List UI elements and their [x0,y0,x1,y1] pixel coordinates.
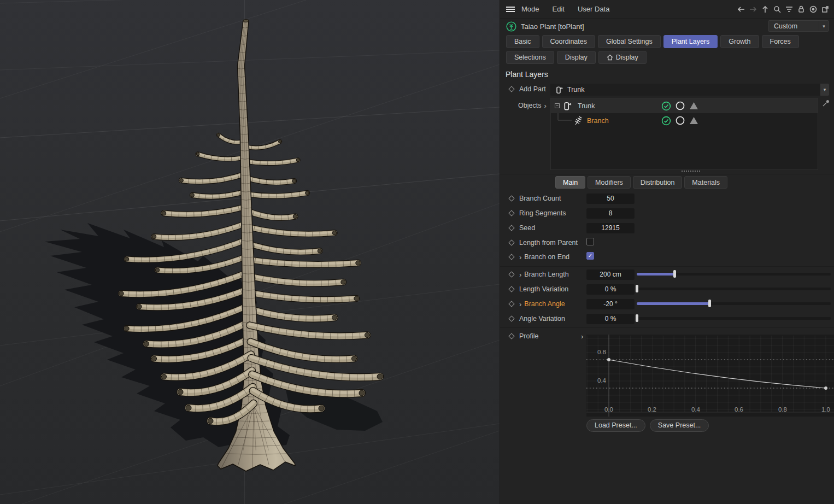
chevron-down-icon[interactable]: ▾ [820,84,829,96]
save-preset-button[interactable]: Save Preset... [650,419,709,432]
render-circle-icon[interactable] [676,116,685,125]
forward-arrow-icon[interactable] [748,4,757,14]
seed-row: Seed 12915 [500,222,834,233]
object-header: Taiao Plant [toPlant] Custom ▾ [500,19,834,34]
profile-label: Profile [519,332,538,340]
object-name-branch[interactable]: Branch [587,117,609,125]
tab-row-1: Basic Coordinates Global Settings Plant … [506,35,799,48]
search-icon[interactable] [772,4,782,14]
up-arrow-icon[interactable] [760,4,770,14]
filter-icon[interactable] [784,4,794,14]
seed-input[interactable]: 12915 [586,223,635,233]
branch-count-input[interactable]: 50 [586,194,635,204]
subtab-main[interactable]: Main [555,176,585,189]
menubar: Mode Edit User Data [500,0,834,19]
add-part-row: Add Part Trunk ▾ [500,84,834,95]
param-diamond-icon [508,315,514,321]
ring-segments-row: Ring Segments 8 [500,208,834,219]
branch-on-end-checkbox[interactable]: ✓ [586,252,594,260]
param-diamond-icon [508,86,514,92]
subtab-modifiers[interactable]: Modifiers [588,176,631,189]
subtab-materials[interactable]: Materials [684,176,727,189]
length-variation-row: Length Variation 0 % [500,284,834,295]
tab-selections[interactable]: Selections [506,51,554,64]
tab-forces[interactable]: Forces [762,35,799,48]
expand-chevron-icon[interactable]: › [519,254,521,261]
render-circle-icon[interactable] [676,101,685,110]
chevron-right-icon[interactable]: › [544,102,546,109]
expand-chevron-icon[interactable]: › [581,333,583,340]
preset-dropdown[interactable]: Custom ▾ [768,20,829,32]
menu-edit[interactable]: Edit [553,5,565,13]
expand-chevron-icon[interactable]: › [519,271,521,278]
tab-display[interactable]: Display [557,51,596,64]
subtab-distribution[interactable]: Distribution [633,176,683,189]
add-part-value: Trunk [567,86,585,93]
enabled-check-icon[interactable] [661,116,671,126]
y-tick-label: 0.4 [594,377,606,384]
load-preset-button[interactable]: Load Preset... [586,419,645,432]
tab-display-house[interactable]: Display [598,51,647,64]
tab-plant-layers[interactable]: Plant Layers [663,35,718,48]
pop-out-icon[interactable] [820,4,830,14]
length-from-parent-row: Length from Parent [500,237,834,248]
plant-logo-icon [506,21,516,32]
ring-segments-input[interactable]: 8 [586,208,635,219]
eyedropper-icon[interactable] [822,99,830,107]
collapse-expander-icon[interactable] [555,103,560,108]
param-diamond-icon [508,239,514,245]
tab-growth[interactable]: Growth [720,35,759,48]
length-from-parent-checkbox[interactable] [586,238,594,245]
trunk-part-icon [556,86,563,94]
expand-chevron-icon[interactable]: › [519,301,521,308]
angle-variation-row: Angle Variation 0 % [500,313,834,324]
branch-angle-slider[interactable] [637,302,831,305]
record-target-icon[interactable] [808,4,818,14]
preset-value: Custom [768,22,819,30]
layer-triangle-icon[interactable] [689,102,698,110]
branch-length-slider[interactable] [637,273,831,276]
enabled-check-icon[interactable] [661,101,671,111]
application-window: Mode Edit User Data Taiao Plant [toPlant… [0,0,834,504]
object-row-branch[interactable]: Branch [551,113,818,128]
slider-handle[interactable] [673,270,676,278]
plant-layers-object-list[interactable]: Trunk Branch [550,98,818,170]
profile-curve-plot[interactable] [586,335,834,417]
x-tick-label: 0.4 [691,406,700,413]
viewport-3d[interactable] [0,0,500,504]
section-title: Plant Layers [506,70,548,79]
branch-on-end-label: Branch on End [524,253,569,261]
tab-global-settings[interactable]: Global Settings [598,35,661,48]
chevron-down-icon[interactable]: ▾ [819,21,829,31]
angle-variation-input[interactable]: 0 % [586,314,635,324]
branch-length-row: › Branch Length 200 cm [500,269,834,280]
preset-button-row: Load Preset... Save Preset... [586,419,709,432]
back-arrow-icon[interactable] [736,4,745,14]
layer-triangle-icon[interactable] [689,116,698,125]
slider-handle[interactable] [636,285,638,292]
tab-coordinates[interactable]: Coordinates [542,35,595,48]
menu-icon[interactable] [506,6,515,13]
tab-basic[interactable]: Basic [506,35,539,48]
panel-resize-handle[interactable] [682,171,700,172]
menu-user-data[interactable]: User Data [578,5,610,13]
add-part-dropdown[interactable]: Trunk ▾ [550,84,829,96]
length-variation-slider[interactable] [637,288,831,290]
x-tick-label: 0.2 [648,406,656,413]
object-row-trunk[interactable]: Trunk [551,98,818,113]
branch-angle-input[interactable]: -20 ° [586,299,635,309]
branch-length-input[interactable]: 200 cm [586,269,635,280]
object-name-trunk[interactable]: Trunk [578,102,595,110]
menu-mode[interactable]: Mode [521,5,539,13]
x-tick-label: 0.6 [735,406,743,413]
object-title: Taiao Plant [toPlant] [521,22,584,31]
branch-state-icons [661,113,698,128]
seed-label: Seed [519,224,535,232]
angle-variation-slider[interactable] [637,317,831,320]
slider-handle[interactable] [708,300,711,307]
lock-icon[interactable] [796,4,806,14]
param-diamond-icon [508,333,514,339]
profile-curve-editor[interactable]: 0.8 0.4 0.0 0.2 0.4 0.6 0.8 1.0 [586,335,834,417]
slider-handle[interactable] [636,314,638,322]
length-variation-input[interactable]: 0 % [586,284,635,295]
